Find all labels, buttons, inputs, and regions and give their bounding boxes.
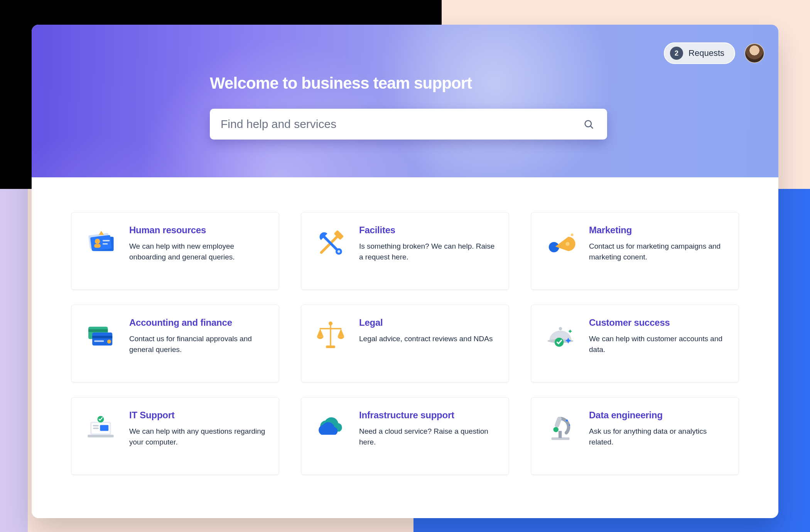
search-box[interactable]	[210, 109, 607, 140]
topbar-right: 2 Requests	[664, 42, 764, 64]
hero-title: Welcome to business team support	[210, 74, 611, 93]
tools-icon	[313, 227, 348, 263]
card-desc: Contact us for financial approvals and g…	[129, 333, 267, 355]
svg-rect-19	[92, 333, 112, 346]
card-facilities[interactable]: Facilites Is something broken? We can he…	[301, 212, 509, 290]
svg-point-41	[566, 419, 568, 421]
svg-point-40	[554, 427, 559, 432]
svg-point-42	[569, 424, 570, 426]
svg-point-16	[571, 234, 574, 236]
category-grid: Human resources We can help with new emp…	[32, 177, 778, 498]
svg-rect-39	[554, 416, 562, 428]
hero-content: Welcome to business team support	[210, 74, 611, 140]
card-title: Customer success	[589, 317, 727, 328]
card-title: Accounting and finance	[129, 317, 267, 328]
card-marketing[interactable]: Marketing Contact us for marketing campa…	[531, 212, 739, 290]
card-desc: Need a cloud service? Raise a question h…	[359, 426, 497, 447]
microscope-icon	[543, 412, 578, 448]
svg-rect-4	[90, 235, 112, 251]
page-background: 2 Requests Welcome to business team supp…	[0, 0, 810, 532]
credit-cards-icon	[83, 320, 118, 355]
bg-block-lavender	[0, 189, 28, 532]
laptop-check-icon	[83, 412, 118, 448]
user-avatar[interactable]	[744, 43, 764, 63]
card-desc: Ask us for anything data or analytics re…	[589, 426, 727, 447]
card-title: IT Support	[129, 410, 267, 421]
card-desc: Legal advice, contract reviews and NDAs	[359, 333, 497, 344]
svg-rect-33	[100, 425, 108, 431]
card-legal[interactable]: Legal Legal advice, contract reviews and…	[301, 305, 509, 382]
svg-line-1	[591, 126, 593, 128]
svg-point-28	[559, 327, 562, 330]
svg-rect-38	[559, 431, 562, 438]
svg-point-22	[107, 340, 111, 343]
search-submit-button[interactable]	[581, 116, 596, 132]
card-human-resources[interactable]: Human resources We can help with new emp…	[71, 212, 279, 290]
card-desc: We can help with customer accounts and d…	[589, 333, 727, 355]
cloche-check-icon	[543, 320, 578, 355]
scales-icon	[313, 320, 348, 355]
svg-rect-21	[94, 340, 104, 342]
svg-rect-8	[103, 243, 108, 244]
search-icon	[583, 119, 594, 130]
svg-point-25	[329, 322, 332, 325]
card-it-support[interactable]: IT Support We can help with any question…	[71, 397, 279, 475]
hero-banner: 2 Requests Welcome to business team supp…	[32, 25, 778, 177]
svg-rect-35	[93, 428, 99, 429]
card-title: Facilites	[359, 225, 497, 236]
card-accounting-finance[interactable]: Accounting and finance Contact us for fi…	[71, 305, 279, 382]
requests-button[interactable]: 2 Requests	[664, 42, 735, 64]
cloud-icon	[313, 412, 348, 448]
card-title: Marketing	[589, 225, 727, 236]
card-data-engineering[interactable]: Data engineering Ask us for anything dat…	[531, 397, 739, 475]
search-input[interactable]	[221, 118, 581, 131]
card-title: Data engineering	[589, 410, 727, 421]
requests-count-badge: 2	[670, 47, 683, 60]
card-title: Human resources	[129, 225, 267, 236]
card-customer-success[interactable]: Customer success We can help with custom…	[531, 305, 739, 382]
support-portal-panel: 2 Requests Welcome to business team supp…	[32, 25, 778, 518]
card-title: Infrastructure support	[359, 410, 497, 421]
megaphone-icon	[543, 227, 578, 263]
card-desc: We can help with new employee onboarding…	[129, 241, 267, 262]
card-infrastructure-support[interactable]: Infrastructure support Need a cloud serv…	[301, 397, 509, 475]
id-badge-icon	[83, 227, 118, 263]
svg-rect-20	[92, 336, 112, 338]
svg-point-15	[565, 242, 569, 246]
card-desc: Is something broken? We can help. Raise …	[359, 241, 497, 262]
card-desc: Contact us for marketing campaigns and m…	[589, 241, 727, 262]
requests-label: Requests	[688, 48, 724, 58]
card-title: Legal	[359, 317, 497, 328]
svg-rect-32	[88, 435, 113, 438]
card-desc: We can help with any questions regarding…	[129, 426, 267, 447]
svg-rect-34	[93, 425, 99, 426]
svg-point-5	[95, 239, 100, 244]
svg-rect-6	[94, 244, 101, 248]
svg-rect-7	[103, 240, 110, 241]
svg-rect-26	[326, 345, 335, 348]
svg-rect-18	[88, 329, 108, 332]
